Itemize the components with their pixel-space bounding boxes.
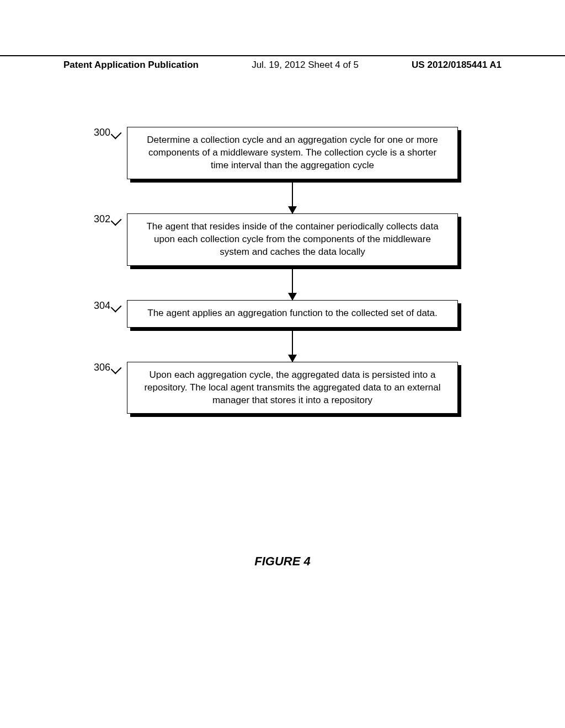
header-text-row: Patent Application Publication Jul. 19, … <box>0 56 565 71</box>
arrow <box>127 179 458 213</box>
step-label-text: 302 <box>94 213 110 224</box>
step-label-text: 304 <box>94 300 110 311</box>
header-middle: Jul. 19, 2012 Sheet 4 of 5 <box>252 60 359 71</box>
flowchart-step: 306 Upon each aggregation cycle, the agg… <box>94 362 458 414</box>
step-text: The agent applies an aggregation functio… <box>147 307 437 320</box>
step-text: Upon each aggregation cycle, the aggrega… <box>138 369 446 407</box>
step-box-wrap: Upon each aggregation cycle, the aggrega… <box>127 362 458 414</box>
label-connector-icon <box>111 301 122 312</box>
flowchart: 300 Determine a collection cycle and an … <box>94 127 458 414</box>
flowchart-step: 300 Determine a collection cycle and an … <box>94 127 458 179</box>
step-box-wrap: The agent that resides inside of the con… <box>127 213 458 266</box>
arrow <box>127 328 458 362</box>
arrow-down-icon <box>292 183 293 213</box>
step-label: 302 <box>94 213 121 225</box>
step-label-text: 306 <box>94 362 110 373</box>
step-box-wrap: The agent applies an aggregation functio… <box>127 300 458 328</box>
step-text: The agent that resides inside of the con… <box>138 221 446 259</box>
figure-caption-text: FIGURE 4 <box>254 554 310 568</box>
flowchart-step: 302 The agent that resides inside of the… <box>94 213 458 266</box>
step-text: Determine a collection cycle and an aggr… <box>138 134 446 172</box>
header-right: US 2012/0185441 A1 <box>412 60 502 71</box>
step-label: 300 <box>94 127 121 138</box>
step-box: Determine a collection cycle and an aggr… <box>127 127 458 179</box>
arrow <box>127 266 458 300</box>
arrow-down-icon <box>292 331 293 362</box>
step-label: 304 <box>94 300 121 312</box>
step-box: Upon each aggregation cycle, the aggrega… <box>127 362 458 414</box>
header-left: Patent Application Publication <box>63 60 199 71</box>
page-header: Patent Application Publication Jul. 19, … <box>0 55 565 71</box>
figure-caption: FIGURE 4 <box>0 554 565 569</box>
label-connector-icon <box>111 129 122 140</box>
step-box: The agent that resides inside of the con… <box>127 213 458 266</box>
arrow-down-icon <box>292 269 293 300</box>
label-connector-icon <box>111 215 122 226</box>
step-box: The agent applies an aggregation functio… <box>127 300 458 328</box>
flowchart-step: 304 The agent applies an aggregation fun… <box>94 300 458 328</box>
step-label-text: 300 <box>94 127 110 138</box>
step-label: 306 <box>94 362 121 373</box>
label-connector-icon <box>111 363 122 374</box>
step-box-wrap: Determine a collection cycle and an aggr… <box>127 127 458 179</box>
